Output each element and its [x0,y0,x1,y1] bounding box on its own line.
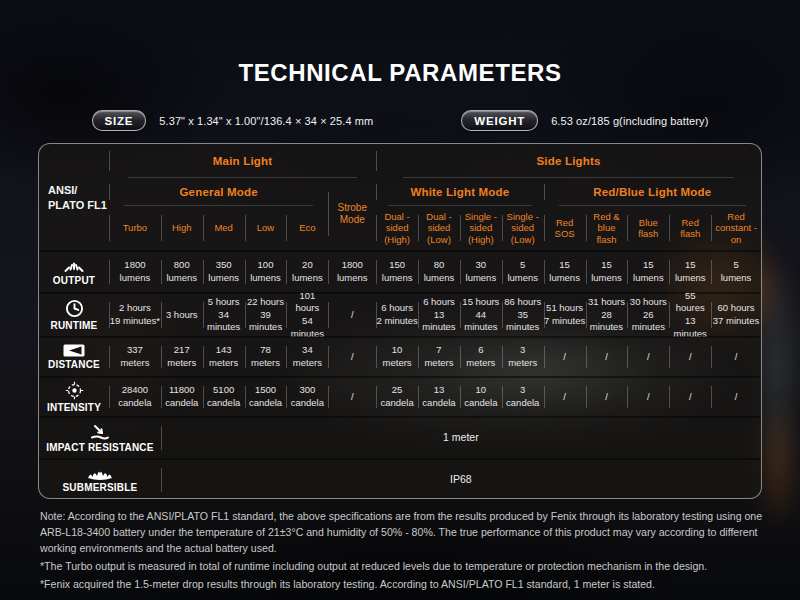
output-label: OUTPUT [39,250,109,292]
spec-cell: 15lumens [669,250,711,292]
cell-unit: candela [422,397,455,410]
spec-cell: 5lumens [502,250,544,292]
row-label-text: DISTANCE [48,360,100,370]
spec-cell: 78meters [245,336,287,376]
cell-unit: lumens [292,272,323,285]
size-group: SIZE 5.37" x 1.34" x 1.00"/136.4 × 34 × … [92,110,374,131]
spec-cell: / [328,292,376,336]
cell-value: 7 [436,344,441,357]
spec-cell: 28400candela [109,376,161,416]
cell-unit: candela [165,397,198,410]
cell-value: 15 [643,259,654,272]
redblue-light-mode-header: Red/Blue Light Mode [544,178,761,206]
cell-unit: lumens [337,272,368,285]
cell-unit: meters [508,357,537,370]
cell-unit: lumens [549,272,580,285]
note-line: *Fenix acquired the 1.5-meter drop resul… [40,577,764,593]
cell-unit: 13 minutes [418,309,460,334]
spec-cell: 6 hours2 minutes [376,292,418,336]
cell-unit: 26 minutes [627,309,669,334]
impact-label: IMPACT RESISTANCE [39,416,161,458]
weight-badge: WEIGHT [461,110,538,131]
runtime-label: RUNTIME [39,292,109,336]
size-value: 5.37" x 1.34" x 1.00"/136.4 × 34 × 25.4 … [159,115,373,127]
cell-value: / [563,391,566,404]
cell-value: 143 [216,344,232,357]
cell-value: / [605,391,608,404]
spec-cell: 51 hours7 minutes [544,292,586,336]
spec-cell: / [669,376,711,416]
row-label-text: SUBMERSIBLE [62,483,137,493]
spec-cell: 3 hours [161,292,203,336]
column-header: Red SOS [544,206,586,250]
spec-cell: 30 hours26 minutes [627,292,669,336]
cell-value: / [647,391,650,404]
spec-cell: / [627,376,669,416]
cell-value: / [351,391,354,404]
spec-cell: 100lumens [245,250,287,292]
cell-value: 78 [260,344,271,357]
cell-value: 6 hours [423,296,455,309]
spec-cell: 86 hours35 minutes [502,292,544,336]
spec-cell: 31 hours28 minutes [586,292,628,336]
spec-cell: 15lumens [586,250,628,292]
cell-value: / [689,351,692,364]
cell-value: 337 [127,344,143,357]
spec-cell: 800lumens [161,250,203,292]
spec-cell: 101 hours54 minutes [286,292,328,336]
spec-cell: 300candela [286,376,328,416]
spec-cell: 34meters [286,336,328,376]
cell-unit: candela [506,397,539,410]
column-header: Single -sided (High) [460,206,502,250]
output-icon [61,258,87,273]
spec-cell: / [669,336,711,376]
cell-value: 15 hours [462,296,499,309]
cell-value: 300 [299,384,315,397]
spec-cell: / [711,336,761,376]
cell-unit: 28 minutes [586,309,628,334]
column-header: High [161,206,203,250]
cell-unit: 19 minutes* [110,315,160,328]
column-header: Med [203,206,245,250]
cell-unit: 35 minutes [502,309,544,334]
standard-label-line: PLATO FL1 [48,199,107,211]
spec-cell: 3meters [502,336,544,376]
cell-value: 80 [434,259,445,272]
cell-value: 5 [520,259,525,272]
cell-value: 1500 [255,384,276,397]
cell-value: 55 houres [669,290,711,315]
cell-unit: meters [167,357,196,370]
column-header: Single -sided (Low) [502,206,544,250]
cell-unit: 2 minutes [377,315,418,328]
row-label-text: OUTPUT [53,276,95,286]
weight-group: WEIGHT 6.53 oz/185 g(including battery) [461,110,708,131]
side-lights-header: Side Lights [376,144,761,178]
cell-unit: meters [424,357,453,370]
spec-cell: 22 hours39 minutes [245,292,287,336]
cell-unit: lumens [507,272,538,285]
cell-unit: candela [118,397,151,410]
cell-unit: candela [249,397,282,410]
spec-cell: / [328,336,376,376]
submersible-value: IP68 [161,458,761,499]
cell-value: 5100 [213,384,234,397]
spec-cell: / [586,336,628,376]
cell-unit: meters [251,357,280,370]
cell-value: 2 hours [119,302,151,315]
general-mode-header: General Mode [109,178,328,206]
cell-value: 25 [392,384,403,397]
intensity-label: INTENSITY [39,376,109,416]
spec-cell: 217meters [161,336,203,376]
cell-unit: lumens [721,272,752,285]
column-header: Eco [286,206,328,250]
spec-cell: 55 houres13 minutes [669,292,711,336]
cell-value: 6 hours [381,302,413,315]
column-header: Dual -sided (Low) [418,206,460,250]
cell-unit: meters [209,357,238,370]
cell-unit: 7 minutes [544,315,585,328]
column-header: Red & blue flash [586,206,628,250]
spec-cell: 1800lumens [328,250,376,292]
spec-cell: 5 hours34 minutes [203,292,245,336]
spec-cell: / [544,376,586,416]
spec-cell: / [328,376,376,416]
